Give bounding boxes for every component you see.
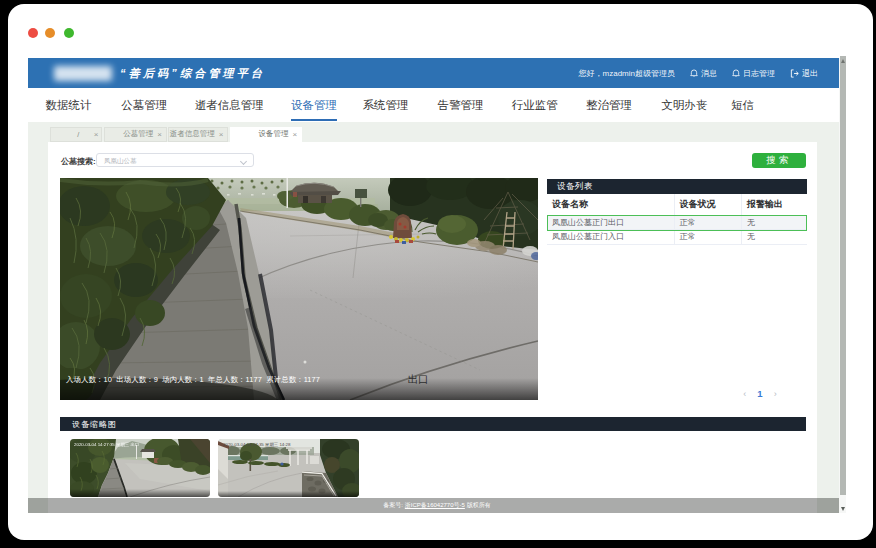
svg-text:2020-03-04 14:27:35 星期三 14:28: 2020-03-04 14:27:35 星期三 14:28 [223, 442, 291, 447]
svg-text:2020-03-04 14:27:35 星期三 出口: 2020-03-04 14:27:35 星期三 出口 [74, 442, 139, 447]
svg-text:出口: 出口 [408, 373, 429, 385]
svg-text:入场人数：10 出场人数：9 场内人数：1 年总人数：: 入场人数：10 出场人数：9 场内人数：1 年总人数：1177 累计总数：117… [66, 375, 320, 384]
